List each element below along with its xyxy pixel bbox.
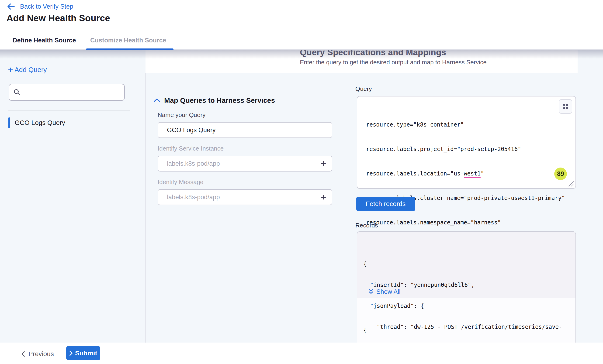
search-input[interactable] bbox=[23, 85, 124, 99]
query-item-label: GCO Logs Query bbox=[15, 119, 65, 126]
back-link-label: Back to Verify Step bbox=[20, 3, 73, 10]
footer-bar: Previous Submit bbox=[0, 342, 603, 364]
record-2-json: { "insertId": "r6rk2tnah3owf5eh", "jsonP… bbox=[363, 313, 571, 342]
identify-service-instance-field: + bbox=[158, 156, 332, 171]
sidebar-divider bbox=[8, 110, 130, 111]
records-label: Records bbox=[355, 222, 378, 229]
search-icon bbox=[13, 89, 21, 96]
query-name-input[interactable] bbox=[167, 126, 326, 134]
service-instance-input[interactable] bbox=[167, 160, 321, 167]
name-query-field bbox=[158, 122, 332, 138]
expand-query-button[interactable] bbox=[559, 99, 572, 114]
plus-icon: + bbox=[8, 66, 13, 74]
name-query-label: Name your Query bbox=[158, 111, 205, 119]
identify-message-field: + bbox=[158, 189, 332, 205]
heading-strip: Query Specifications and Mappings Enter … bbox=[146, 50, 578, 73]
section-heading: Query Specifications and Mappings bbox=[300, 50, 446, 57]
resize-handle[interactable] bbox=[568, 181, 574, 187]
expand-icon bbox=[562, 103, 569, 110]
content-area: Query Specifications and Mappings Enter … bbox=[0, 50, 603, 342]
chevron-left-icon bbox=[21, 351, 25, 357]
map-queries-collapse-header[interactable]: Map Queries to Harness Services bbox=[153, 96, 275, 104]
sidebar-item-gco-logs-query[interactable]: GCO Logs Query bbox=[8, 117, 139, 129]
selected-indicator bbox=[8, 117, 10, 128]
query-label: Query bbox=[355, 85, 372, 92]
previous-button[interactable]: Previous bbox=[19, 349, 56, 359]
chevron-up-icon bbox=[153, 98, 161, 103]
page-header: Back to Verify Step Add New Health Sourc… bbox=[0, 0, 603, 31]
arrow-left-icon bbox=[7, 3, 15, 10]
query-line-with-spellcheck: resource.labels.location="us-west1" bbox=[366, 170, 555, 178]
submit-label: Submit bbox=[75, 350, 97, 357]
page-title: Add New Health Source bbox=[7, 13, 110, 23]
fetch-records-button[interactable]: Fetch records bbox=[356, 197, 415, 211]
records-panel: { "insertId": "yennepun0qtd6ll6", "jsonP… bbox=[357, 231, 576, 342]
add-query-button[interactable]: + Add Query bbox=[8, 65, 47, 75]
chevron-right-icon bbox=[69, 351, 73, 356]
double-chevron-down-icon bbox=[368, 288, 374, 295]
panel-top-divider bbox=[145, 73, 590, 73]
identify-service-instance-label: Identify Service Instance bbox=[158, 145, 224, 152]
spellcheck-underline: west1 bbox=[464, 170, 481, 178]
tab-define-health-source[interactable]: Define Health Source bbox=[12, 31, 76, 49]
character-count-badge: 89 bbox=[554, 168, 567, 180]
map-queries-section-title: Map Queries to Harness Services bbox=[164, 96, 275, 104]
previous-label: Previous bbox=[28, 350, 54, 358]
tab-customize-health-source[interactable]: Customize Health Source bbox=[90, 31, 166, 49]
add-service-instance-path-button[interactable]: + bbox=[321, 159, 326, 168]
add-query-label: Add Query bbox=[14, 66, 47, 74]
wizard-tab-bar: Define Health Source Customize Health So… bbox=[0, 31, 603, 50]
back-to-verify-step-link[interactable]: Back to Verify Step bbox=[7, 2, 73, 11]
message-input[interactable] bbox=[167, 194, 321, 201]
query-editor[interactable]: resource.type="k8s_container" resource.l… bbox=[357, 96, 576, 189]
add-message-path-button[interactable]: + bbox=[321, 193, 326, 202]
identify-message-label: Identify Message bbox=[158, 179, 204, 186]
section-subheading: Enter the query to get the desired outpu… bbox=[300, 59, 488, 66]
record-item-1: { "insertId": "yennepun0qtd6ll6", "jsonP… bbox=[357, 232, 576, 298]
submit-button[interactable]: Submit bbox=[66, 346, 100, 360]
show-all-label: Show All bbox=[376, 288, 401, 296]
query-search-box bbox=[9, 84, 125, 101]
show-all-button[interactable]: Show All bbox=[368, 288, 401, 296]
panel-left-border bbox=[145, 73, 146, 342]
